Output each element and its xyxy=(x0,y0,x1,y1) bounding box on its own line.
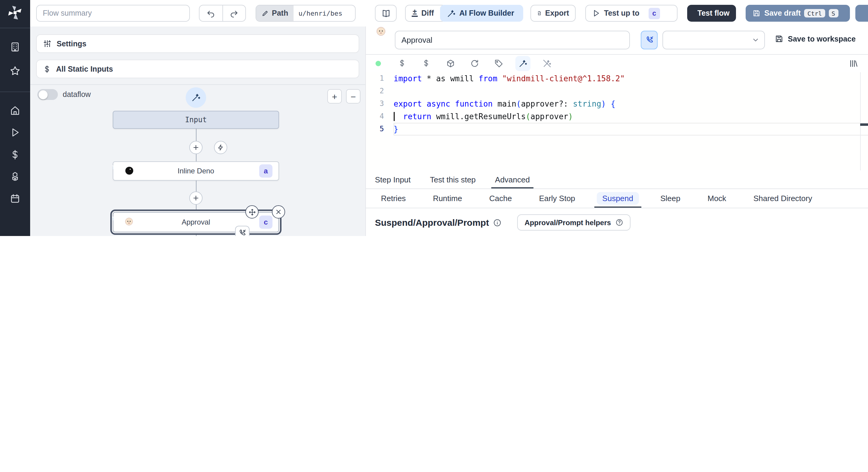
package-cube-icon xyxy=(446,59,455,68)
flow-summary-input[interactable] xyxy=(36,5,190,22)
dollar-icon xyxy=(398,59,406,67)
redo-button[interactable] xyxy=(222,5,245,21)
flow-input-node[interactable]: Input xyxy=(113,111,279,129)
dataflow-toggle[interactable] xyxy=(37,89,58,100)
magic-wand-icon xyxy=(518,59,527,68)
export-button[interactable]: Export xyxy=(530,5,576,22)
tab-advanced[interactable]: Advanced xyxy=(495,170,530,189)
undo-button[interactable] xyxy=(199,5,222,21)
step-id-badge: c xyxy=(259,215,273,229)
home-icon[interactable] xyxy=(10,105,21,116)
variables-dollar-icon[interactable] xyxy=(10,149,21,160)
tab-runtime[interactable]: Runtime xyxy=(427,189,467,208)
step-id-badge: a xyxy=(259,164,273,178)
tab-shared-directory[interactable]: Shared Directory xyxy=(748,189,818,208)
step-detail-panel: TS Save to workspace xyxy=(365,27,868,236)
workspace-icon[interactable] xyxy=(10,41,21,53)
tag-button[interactable] xyxy=(487,59,510,68)
code-line: 3export async function main(approver?: s… xyxy=(366,98,868,110)
tab-retries[interactable]: Retries xyxy=(375,189,411,208)
all-static-inputs-label: All Static Inputs xyxy=(56,65,113,73)
sliders-icon xyxy=(43,39,52,48)
suspend-phone-button[interactable] xyxy=(641,31,658,49)
flow-graph-panel: Settings All Static Inputs dataflow + − … xyxy=(30,27,365,236)
delete-step-button[interactable] xyxy=(272,205,285,218)
tab-cache[interactable]: Cache xyxy=(484,189,517,208)
save-draft-label: Save draft xyxy=(764,9,801,18)
phone-incoming-icon xyxy=(238,229,247,236)
redo-icon xyxy=(230,9,239,18)
advanced-tabs: Retries Runtime Cache Early Stop Suspend… xyxy=(366,189,868,208)
docs-book-button[interactable] xyxy=(375,5,397,22)
ai-suggest-wand-button[interactable] xyxy=(186,87,206,108)
move-icon xyxy=(248,208,256,216)
save-floppy-icon xyxy=(775,34,784,43)
test-flow-button[interactable]: Test flow xyxy=(687,5,736,22)
ai-assist-button[interactable] xyxy=(510,56,535,71)
deploy-button-partial[interactable] xyxy=(855,5,868,22)
dollar-icon xyxy=(422,59,430,67)
windmill-flow-editor: Path u/henri/bes ± Diff AI Flow Builder … xyxy=(0,0,868,236)
add-trigger-button[interactable] xyxy=(214,141,227,154)
edit-path-button[interactable]: Path xyxy=(256,5,293,21)
topbar: Path u/henri/bes ± Diff AI Flow Builder … xyxy=(30,0,868,27)
chevron-down-icon xyxy=(752,36,760,44)
zoom-in-button[interactable]: + xyxy=(327,89,342,104)
line-number: 5 xyxy=(366,123,394,135)
suspend-heading-row: Suspend/Approval/Prompt Approval/Prompt … xyxy=(375,214,630,231)
zoom-out-button[interactable]: − xyxy=(346,89,361,104)
add-step-button[interactable] xyxy=(189,192,203,205)
flow-settings-label: Settings xyxy=(57,39,87,48)
suspend-heading: Suspend/Approval/Prompt xyxy=(375,217,501,228)
save-to-workspace-button[interactable]: Save to workspace xyxy=(775,34,856,43)
code-line: 4 return wmill.getResumeUrls(approver) xyxy=(366,110,868,123)
step-header: TS Save to workspace xyxy=(366,27,868,55)
path-value: u/henri/bes xyxy=(293,9,347,17)
info-icon[interactable] xyxy=(493,218,501,227)
flow-settings-button[interactable]: Settings xyxy=(36,34,359,53)
step-name-input[interactable] xyxy=(395,31,630,49)
test-up-to-step-badge: c xyxy=(649,7,660,19)
step-node-label: Inline Deno xyxy=(178,167,214,175)
tab-sleep[interactable]: Sleep xyxy=(655,189,686,208)
test-up-to-button[interactable]: Test up to c xyxy=(585,5,678,22)
rail-divider xyxy=(0,28,30,28)
tab-early-stop[interactable]: Early Stop xyxy=(533,189,581,208)
code-editor[interactable]: 1import * as wmill from "windmill-client… xyxy=(366,72,868,170)
language-status-dot xyxy=(366,61,390,66)
tab-mock[interactable]: Mock xyxy=(702,189,732,208)
resources-cubes-icon[interactable] xyxy=(9,171,21,183)
all-static-inputs-button[interactable]: All Static Inputs xyxy=(36,60,359,78)
package-button[interactable] xyxy=(438,59,462,68)
tab-step-input[interactable]: Step Input xyxy=(375,170,411,189)
library-button[interactable] xyxy=(841,59,865,68)
tag-select-dropdown[interactable] xyxy=(662,31,765,49)
save-draft-button[interactable]: Save draft Ctrl S xyxy=(746,5,850,22)
add-variable-button[interactable] xyxy=(390,59,414,67)
editor-scrollbar-track[interactable] xyxy=(860,72,861,170)
input-node-label: Input xyxy=(185,115,207,124)
add-resource-button[interactable] xyxy=(414,59,438,67)
ai-flow-builder-label: AI Flow Builder xyxy=(459,9,514,18)
tab-test-this-step[interactable]: Test this step xyxy=(430,170,476,189)
dollar-icon xyxy=(43,65,51,73)
ai-disable-button[interactable] xyxy=(535,59,559,68)
save-floppy-icon xyxy=(752,9,761,18)
ai-flow-builder-button[interactable]: AI Flow Builder xyxy=(440,5,523,22)
windmill-logo-icon[interactable] xyxy=(7,5,23,21)
add-step-button[interactable] xyxy=(189,141,203,154)
reload-button[interactable] xyxy=(462,59,487,68)
undo-icon xyxy=(207,9,215,18)
move-step-button[interactable] xyxy=(245,205,258,218)
baby-face-icon xyxy=(125,217,133,226)
schedules-calendar-icon[interactable] xyxy=(10,193,21,204)
runs-play-icon[interactable] xyxy=(10,127,21,138)
favorites-star-icon[interactable] xyxy=(9,65,21,77)
step-node-inline-deno[interactable]: TS Inline Deno a xyxy=(113,161,279,180)
rail-divider xyxy=(0,92,30,92)
tab-suspend[interactable]: Suspend xyxy=(597,189,639,208)
line-number: 4 xyxy=(366,110,394,123)
approval-prompt-helpers-button[interactable]: Approval/Prompt helpers xyxy=(517,214,630,231)
play-icon xyxy=(592,9,600,18)
approval-phone-badge[interactable] xyxy=(235,226,250,236)
